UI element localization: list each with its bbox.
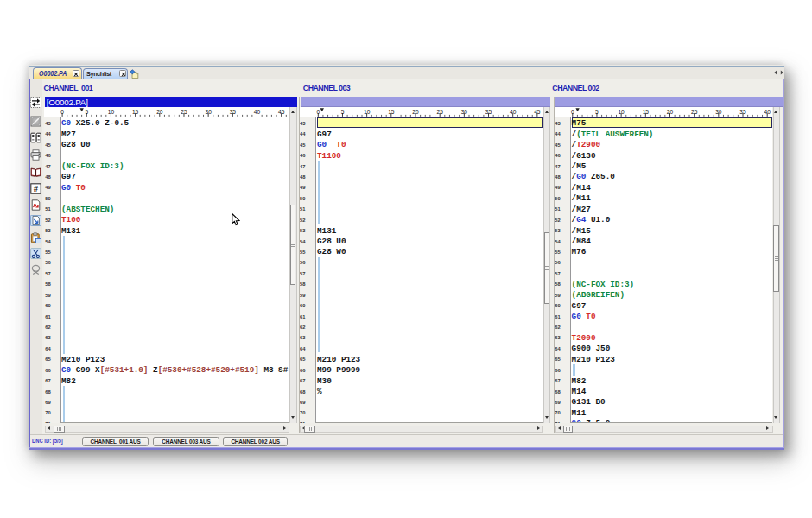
svg-text:20: 20	[667, 109, 674, 115]
svg-text:20: 20	[412, 109, 419, 115]
svg-text:35: 35	[485, 109, 492, 115]
svg-text:5: 5	[595, 109, 599, 115]
svg-text:#: #	[34, 184, 39, 193]
svg-text:35: 35	[739, 109, 746, 115]
svg-text:30: 30	[205, 109, 212, 115]
svg-text:25: 25	[691, 109, 698, 115]
svg-text:30: 30	[460, 109, 467, 115]
svg-text:0: 0	[316, 109, 320, 115]
svg-text:40: 40	[254, 109, 261, 115]
svg-text:45: 45	[278, 109, 285, 115]
svg-text:0: 0	[571, 109, 574, 115]
svg-text:20: 20	[156, 109, 163, 115]
svg-text:0: 0	[60, 109, 64, 115]
svg-text:35: 35	[230, 109, 237, 115]
svg-text:5: 5	[85, 109, 88, 115]
svg-text:40: 40	[510, 109, 517, 115]
svg-text:10: 10	[618, 109, 625, 115]
svg-text:15: 15	[642, 109, 649, 115]
svg-text:25: 25	[436, 109, 443, 115]
svg-text:45: 45	[534, 109, 541, 115]
svg-text:5: 5	[340, 109, 344, 115]
svg-text:25: 25	[181, 109, 187, 115]
svg-text:10: 10	[108, 109, 115, 115]
svg-text:15: 15	[388, 109, 395, 115]
svg-text:40: 40	[764, 109, 771, 115]
svg-text:15: 15	[132, 109, 139, 115]
svg-text:10: 10	[364, 109, 371, 115]
svg-text:30: 30	[715, 109, 722, 115]
